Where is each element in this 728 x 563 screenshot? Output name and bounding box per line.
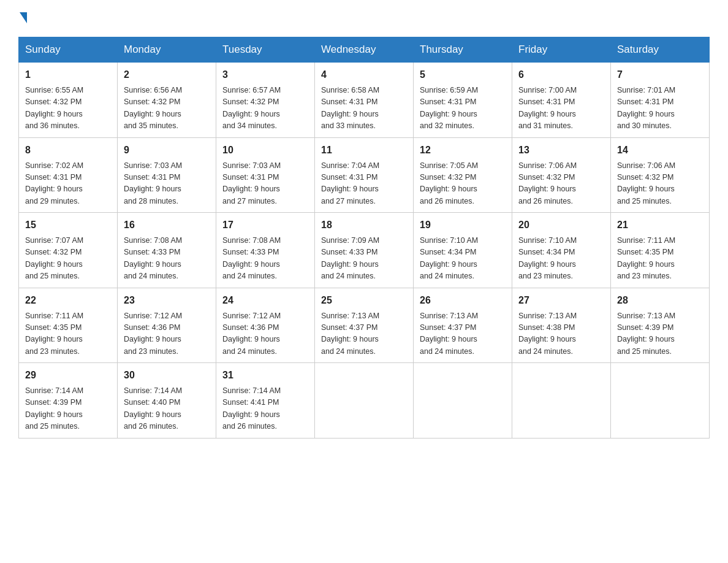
day-number: 30 (124, 368, 210, 383)
day-info: Sunrise: 7:04 AMSunset: 4:31 PMDaylight:… (321, 160, 407, 208)
day-info: Sunrise: 7:13 AMSunset: 4:37 PMDaylight:… (420, 310, 506, 358)
day-number: 7 (617, 67, 703, 82)
calendar-cell: 10Sunrise: 7:03 AMSunset: 4:31 PMDayligh… (216, 137, 315, 213)
calendar-header-row: SundayMondayTuesdayWednesdayThursdayFrid… (19, 37, 710, 63)
calendar-header-tuesday: Tuesday (216, 37, 315, 63)
day-info: Sunrise: 7:10 AMSunset: 4:34 PMDaylight:… (518, 235, 604, 283)
calendar-cell: 3Sunrise: 6:57 AMSunset: 4:32 PMDaylight… (216, 63, 315, 138)
day-number: 15 (25, 218, 111, 232)
calendar-week-row: 8Sunrise: 7:02 AMSunset: 4:31 PMDaylight… (19, 137, 710, 213)
day-info: Sunrise: 7:01 AMSunset: 4:31 PMDaylight:… (617, 85, 703, 132)
day-info: Sunrise: 6:59 AMSunset: 4:31 PMDaylight:… (420, 85, 506, 132)
day-number: 29 (25, 368, 111, 383)
calendar-cell: 2Sunrise: 6:56 AMSunset: 4:32 PMDaylight… (118, 63, 216, 138)
day-info: Sunrise: 7:05 AMSunset: 4:32 PMDaylight:… (420, 160, 506, 208)
calendar-cell: 15Sunrise: 7:07 AMSunset: 4:32 PMDayligh… (19, 213, 118, 288)
day-info: Sunrise: 7:08 AMSunset: 4:33 PMDaylight:… (222, 235, 308, 283)
calendar-cell: 1Sunrise: 6:55 AMSunset: 4:32 PMDaylight… (19, 63, 118, 138)
day-info: Sunrise: 7:14 AMSunset: 4:39 PMDaylight:… (25, 385, 111, 433)
day-number: 12 (420, 143, 506, 158)
calendar-cell: 19Sunrise: 7:10 AMSunset: 4:34 PMDayligh… (414, 213, 512, 288)
day-info: Sunrise: 7:00 AMSunset: 4:31 PMDaylight:… (518, 85, 604, 132)
calendar-cell: 8Sunrise: 7:02 AMSunset: 4:31 PMDaylight… (19, 137, 118, 213)
calendar-cell: 20Sunrise: 7:10 AMSunset: 4:34 PMDayligh… (512, 213, 611, 288)
day-number: 1 (25, 67, 111, 82)
calendar-cell: 30Sunrise: 7:14 AMSunset: 4:40 PMDayligh… (118, 363, 216, 439)
day-number: 11 (321, 143, 407, 158)
day-number: 3 (222, 67, 308, 82)
day-info: Sunrise: 7:13 AMSunset: 4:37 PMDaylight:… (321, 310, 407, 358)
day-number: 23 (124, 293, 210, 308)
day-number: 27 (518, 293, 604, 308)
calendar-header-monday: Monday (118, 37, 216, 63)
calendar-cell: 24Sunrise: 7:12 AMSunset: 4:36 PMDayligh… (216, 288, 315, 363)
day-number: 16 (124, 218, 210, 232)
logo (18, 12, 28, 25)
calendar-cell: 28Sunrise: 7:13 AMSunset: 4:39 PMDayligh… (611, 288, 710, 363)
calendar-cell (512, 363, 611, 439)
calendar-cell: 14Sunrise: 7:06 AMSunset: 4:32 PMDayligh… (611, 137, 710, 213)
calendar-header-saturday: Saturday (611, 37, 710, 63)
calendar-cell: 7Sunrise: 7:01 AMSunset: 4:31 PMDaylight… (611, 63, 710, 138)
day-info: Sunrise: 7:08 AMSunset: 4:33 PMDaylight:… (124, 235, 210, 283)
day-info: Sunrise: 7:11 AMSunset: 4:35 PMDaylight:… (25, 310, 111, 358)
calendar-week-row: 15Sunrise: 7:07 AMSunset: 4:32 PMDayligh… (19, 213, 710, 288)
calendar-header-sunday: Sunday (19, 37, 118, 63)
calendar-cell: 16Sunrise: 7:08 AMSunset: 4:33 PMDayligh… (118, 213, 216, 288)
day-info: Sunrise: 7:13 AMSunset: 4:38 PMDaylight:… (518, 310, 604, 358)
day-number: 8 (25, 143, 111, 158)
calendar-cell: 9Sunrise: 7:03 AMSunset: 4:31 PMDaylight… (118, 137, 216, 213)
calendar-week-row: 22Sunrise: 7:11 AMSunset: 4:35 PMDayligh… (19, 288, 710, 363)
calendar-cell: 27Sunrise: 7:13 AMSunset: 4:38 PMDayligh… (512, 288, 611, 363)
calendar-cell: 11Sunrise: 7:04 AMSunset: 4:31 PMDayligh… (315, 137, 414, 213)
day-number: 24 (222, 293, 308, 308)
calendar-cell: 13Sunrise: 7:06 AMSunset: 4:32 PMDayligh… (512, 137, 611, 213)
day-info: Sunrise: 7:12 AMSunset: 4:36 PMDaylight:… (124, 310, 210, 358)
day-number: 10 (222, 143, 308, 158)
calendar-week-row: 1Sunrise: 6:55 AMSunset: 4:32 PMDaylight… (19, 63, 710, 138)
calendar-week-row: 29Sunrise: 7:14 AMSunset: 4:39 PMDayligh… (19, 363, 710, 439)
calendar-header-wednesday: Wednesday (315, 37, 414, 63)
day-info: Sunrise: 7:11 AMSunset: 4:35 PMDaylight:… (617, 235, 703, 283)
day-number: 21 (617, 218, 703, 232)
calendar-cell: 26Sunrise: 7:13 AMSunset: 4:37 PMDayligh… (414, 288, 512, 363)
day-info: Sunrise: 7:10 AMSunset: 4:34 PMDaylight:… (420, 235, 506, 283)
calendar-table: SundayMondayTuesdayWednesdayThursdayFrid… (18, 37, 710, 439)
day-number: 14 (617, 143, 703, 158)
day-info: Sunrise: 7:02 AMSunset: 4:31 PMDaylight:… (25, 160, 111, 208)
calendar-header-friday: Friday (512, 37, 611, 63)
day-info: Sunrise: 6:58 AMSunset: 4:31 PMDaylight:… (321, 85, 407, 132)
day-info: Sunrise: 6:55 AMSunset: 4:32 PMDaylight:… (25, 85, 111, 132)
calendar-cell: 12Sunrise: 7:05 AMSunset: 4:32 PMDayligh… (414, 137, 512, 213)
day-number: 25 (321, 293, 407, 308)
day-number: 13 (518, 143, 604, 158)
calendar-cell: 31Sunrise: 7:14 AMSunset: 4:41 PMDayligh… (216, 363, 315, 439)
calendar-cell: 17Sunrise: 7:08 AMSunset: 4:33 PMDayligh… (216, 213, 315, 288)
calendar-cell: 22Sunrise: 7:11 AMSunset: 4:35 PMDayligh… (19, 288, 118, 363)
day-info: Sunrise: 7:14 AMSunset: 4:40 PMDaylight:… (124, 385, 210, 433)
day-info: Sunrise: 7:07 AMSunset: 4:32 PMDaylight:… (25, 235, 111, 283)
calendar-cell (315, 363, 414, 439)
calendar-cell: 5Sunrise: 6:59 AMSunset: 4:31 PMDaylight… (414, 63, 512, 138)
day-info: Sunrise: 6:57 AMSunset: 4:32 PMDaylight:… (222, 85, 308, 132)
calendar-cell: 21Sunrise: 7:11 AMSunset: 4:35 PMDayligh… (611, 213, 710, 288)
day-number: 19 (420, 218, 506, 232)
day-info: Sunrise: 7:14 AMSunset: 4:41 PMDaylight:… (222, 385, 308, 433)
day-number: 28 (617, 293, 703, 308)
calendar-cell: 4Sunrise: 6:58 AMSunset: 4:31 PMDaylight… (315, 63, 414, 138)
day-info: Sunrise: 6:56 AMSunset: 4:32 PMDaylight:… (124, 85, 210, 132)
day-number: 20 (518, 218, 604, 232)
calendar-cell: 18Sunrise: 7:09 AMSunset: 4:33 PMDayligh… (315, 213, 414, 288)
day-info: Sunrise: 7:03 AMSunset: 4:31 PMDaylight:… (222, 160, 308, 208)
day-info: Sunrise: 7:13 AMSunset: 4:39 PMDaylight:… (617, 310, 703, 358)
logo-arrow-icon (20, 12, 27, 23)
calendar-cell: 25Sunrise: 7:13 AMSunset: 4:37 PMDayligh… (315, 288, 414, 363)
day-number: 26 (420, 293, 506, 308)
calendar-header-thursday: Thursday (414, 37, 512, 63)
calendar-cell: 23Sunrise: 7:12 AMSunset: 4:36 PMDayligh… (118, 288, 216, 363)
day-info: Sunrise: 7:09 AMSunset: 4:33 PMDaylight:… (321, 235, 407, 283)
day-number: 22 (25, 293, 111, 308)
day-info: Sunrise: 7:06 AMSunset: 4:32 PMDaylight:… (518, 160, 604, 208)
calendar-cell (414, 363, 512, 439)
day-number: 4 (321, 67, 407, 82)
